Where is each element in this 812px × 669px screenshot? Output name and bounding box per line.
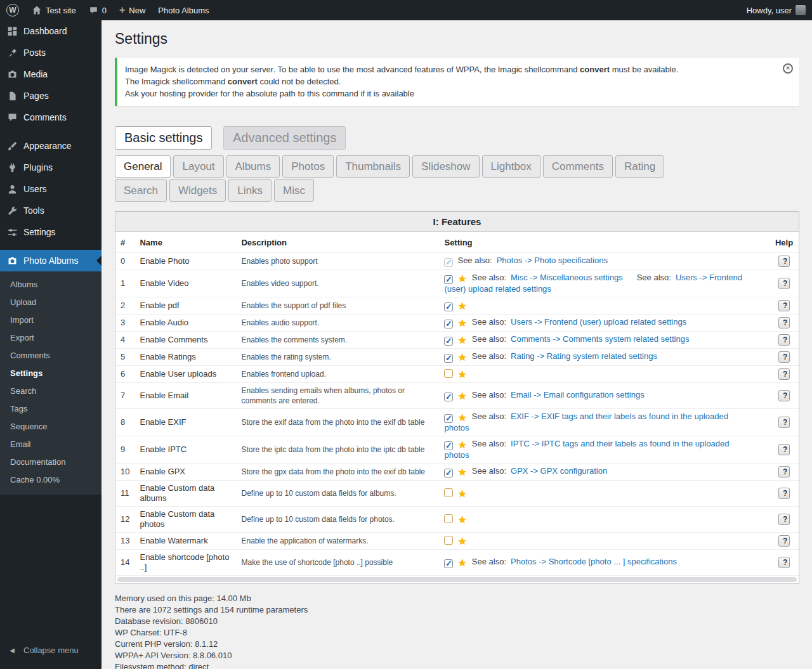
- setting-checkbox[interactable]: [444, 536, 453, 545]
- photo-albums-shortcut[interactable]: Photo Albums: [152, 0, 215, 20]
- submenu-item-documentation[interactable]: Documentation: [0, 453, 102, 471]
- setting-checkbox[interactable]: ✓: [444, 354, 453, 363]
- setting-cell: ✓★See also:Comments -> Comments system r…: [439, 332, 769, 349]
- new-content-button[interactable]: + New: [113, 0, 152, 20]
- tab-advanced-settings[interactable]: Advanced settings: [223, 126, 346, 150]
- sub-tab-albums[interactable]: Albums: [226, 155, 280, 178]
- sub-tab-thumbnails[interactable]: Thumbnails: [336, 155, 410, 178]
- setting-checkbox[interactable]: [444, 514, 453, 523]
- help-button[interactable]: ?: [778, 300, 790, 311]
- setting-checkbox[interactable]: ✓: [444, 258, 453, 267]
- see-also-link[interactable]: Rating -> Rating system related settings: [511, 351, 657, 361]
- comments-shortcut[interactable]: 0: [82, 0, 113, 20]
- sidebar-item-plugins[interactable]: Plugins: [0, 157, 102, 178]
- setting-checkbox[interactable]: ✓: [444, 302, 453, 311]
- sub-tab-widgets[interactable]: Widgets: [169, 179, 226, 202]
- setting-checkbox[interactable]: ✓: [444, 441, 453, 450]
- sidebar-item-photo-albums[interactable]: Photo Albums: [0, 250, 102, 271]
- help-button[interactable]: ?: [778, 351, 790, 363]
- submenu-item-comments[interactable]: Comments: [0, 347, 102, 365]
- setting-checkbox[interactable]: ✓: [444, 559, 453, 568]
- sidebar-item-comments[interactable]: Comments: [0, 107, 102, 128]
- submenu-item-tags[interactable]: Tags: [0, 400, 102, 418]
- see-also-link[interactable]: Users -> Frontend (user) upload related …: [511, 317, 686, 327]
- sidebar-item-dashboard[interactable]: Dashboard: [0, 20, 102, 42]
- help-button[interactable]: ?: [778, 368, 790, 380]
- setting-cell: ★: [439, 533, 769, 550]
- help-button[interactable]: ?: [778, 535, 790, 547]
- setting-checkbox[interactable]: ✓: [444, 469, 453, 477]
- table-row: 9Enable IPTCStore the iptc data from the…: [115, 436, 799, 464]
- row-number: 5: [115, 349, 134, 366]
- help-button[interactable]: ?: [778, 488, 790, 499]
- submenu-item-import[interactable]: Import: [0, 311, 102, 329]
- help-button[interactable]: ?: [778, 334, 790, 346]
- help-button[interactable]: ?: [778, 557, 790, 568]
- table-hscrollbar-thumb[interactable]: [117, 577, 797, 582]
- table-row: 5Enable RatingsEnables the rating system…: [115, 349, 799, 366]
- help-cell: ?: [769, 270, 799, 297]
- setting-checkbox[interactable]: [444, 488, 453, 497]
- sidebar-item-users[interactable]: Users: [0, 178, 102, 200]
- collapse-arrow-icon: ◀: [6, 647, 18, 654]
- see-also-link[interactable]: Comments -> Comments system related sett…: [511, 334, 689, 344]
- collapse-menu-button[interactable]: ◀ Collapse menu: [0, 640, 102, 660]
- sub-tab-misc[interactable]: Misc: [274, 179, 314, 202]
- help-button[interactable]: ?: [778, 466, 790, 477]
- see-also-link[interactable]: Misc -> Miscellaneous settings: [511, 273, 623, 282]
- see-also-link[interactable]: Photos -> Photo specifications: [497, 256, 608, 265]
- sidebar-item-posts[interactable]: Posts: [0, 42, 102, 63]
- info-line: Current PHP version: 8.1.12: [115, 639, 799, 650]
- submenu-item-upload[interactable]: Upload: [0, 294, 102, 311]
- wordpress-logo[interactable]: W: [0, 0, 25, 20]
- setting-checkbox[interactable]: [444, 369, 453, 378]
- sub-tab-search[interactable]: Search: [115, 179, 167, 202]
- help-button[interactable]: ?: [778, 256, 790, 267]
- help-button[interactable]: ?: [778, 390, 790, 401]
- tab-basic-settings[interactable]: Basic settings: [115, 126, 212, 150]
- sidebar-item-pages[interactable]: Pages: [0, 85, 102, 107]
- setting-checkbox[interactable]: ✓: [444, 337, 453, 346]
- sub-tab-rating[interactable]: Rating: [615, 155, 664, 178]
- submenu-item-cache-0-00-[interactable]: Cache 0.00%: [0, 471, 102, 489]
- setting-name: Enable pdf: [134, 297, 236, 315]
- sidebar-item-tools[interactable]: Tools: [0, 200, 102, 221]
- help-button[interactable]: ?: [778, 514, 790, 525]
- setting-checkbox[interactable]: ✓: [444, 275, 453, 284]
- sub-tab-layout[interactable]: Layout: [173, 155, 223, 178]
- setting-checkbox[interactable]: ✓: [444, 320, 453, 328]
- submenu-item-sequence[interactable]: Sequence: [0, 418, 102, 436]
- site-name-link[interactable]: Test site: [25, 0, 82, 20]
- sub-tab-photos[interactable]: Photos: [282, 155, 334, 178]
- see-also-link[interactable]: Email -> Email configuration settings: [511, 390, 645, 399]
- dismiss-notice-icon[interactable]: ✕: [783, 63, 793, 74]
- submenu-item-export[interactable]: Export: [0, 329, 102, 347]
- wrench-icon: [6, 205, 18, 216]
- help-cell: ?: [769, 315, 799, 332]
- sub-tab-links[interactable]: Links: [228, 179, 272, 202]
- help-button[interactable]: ?: [778, 317, 790, 328]
- see-also-link[interactable]: Photos -> Shortcode [photo ... ] specifi…: [511, 557, 677, 566]
- help-button[interactable]: ?: [778, 417, 790, 428]
- info-line: There are 1072 settings and 154 runtime …: [115, 604, 799, 616]
- setting-checkbox[interactable]: ✓: [444, 393, 453, 401]
- sub-tab-lightbox[interactable]: Lightbox: [482, 155, 540, 178]
- setting-checkbox[interactable]: ✓: [444, 414, 453, 423]
- help-button[interactable]: ?: [778, 278, 790, 289]
- see-also-link[interactable]: GPX -> GPX configuration: [511, 466, 607, 476]
- help-cell: ?: [769, 253, 799, 270]
- help-button[interactable]: ?: [778, 444, 790, 455]
- sub-tab-comments[interactable]: Comments: [543, 155, 613, 178]
- sub-tab-slideshow[interactable]: Slideshow: [412, 155, 480, 178]
- sidebar-item-media[interactable]: Media: [0, 63, 102, 85]
- submenu-item-email[interactable]: Email: [0, 436, 102, 453]
- submenu-item-search[interactable]: Search: [0, 382, 102, 400]
- sidebar-item-label: Posts: [23, 48, 46, 58]
- submenu-item-albums[interactable]: Albums: [0, 276, 102, 294]
- setting-description: Define up to 10 custom data fields for p…: [236, 507, 439, 533]
- submenu-item-settings[interactable]: Settings: [0, 365, 102, 382]
- sidebar-item-settings[interactable]: Settings: [0, 221, 102, 243]
- sidebar-item-appearance[interactable]: Appearance: [0, 135, 102, 157]
- account-menu[interactable]: Howdy, user: [740, 0, 812, 20]
- sub-tab-general[interactable]: General: [115, 155, 171, 178]
